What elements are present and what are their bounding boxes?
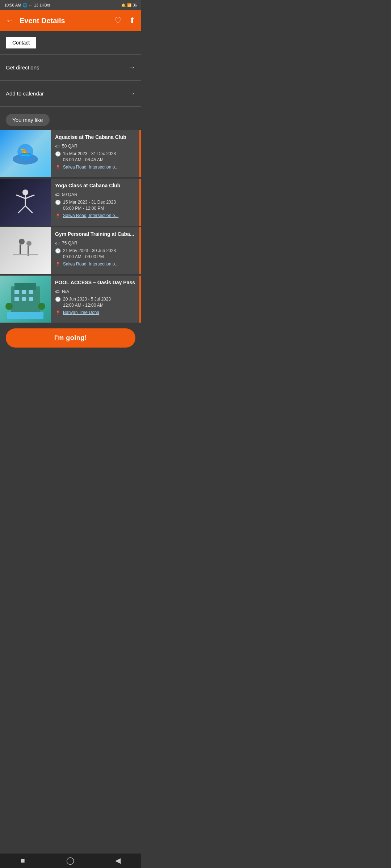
nav-back-icon[interactable]: ◀ xyxy=(115,856,121,865)
svg-point-3 xyxy=(22,190,28,195)
event-time-row-gym: 🕐 21 May 2023 - 30 Jun 2023 09:00 AM - 0… xyxy=(55,248,138,260)
status-wifi-icon: 📶 xyxy=(127,3,131,7)
svg-rect-13 xyxy=(13,254,38,255)
event-time-row-yoga: 🕐 15 Mar 2023 - 31 Dec 2023 06:00 PM - 1… xyxy=(55,199,138,212)
event-title-pool: POOL ACCESS – Oasis Day Pass xyxy=(55,279,138,286)
status-bar: 10:58 AM 🌐 ··· 13.1KB/s 🔔 📶 36 xyxy=(0,0,141,10)
event-title-yoga: Yoga Class at Cabana Club xyxy=(55,182,138,189)
status-dots: ··· xyxy=(29,3,32,7)
location-icon-gym: 📍 xyxy=(55,262,61,267)
get-directions-row[interactable]: Get directions → xyxy=(0,58,141,77)
clock-icon-yoga: 🕐 xyxy=(55,200,61,205)
nav-bar: ■ ◯ ◀ xyxy=(0,854,141,868)
event-price-aquacise: 50 QAR xyxy=(62,143,77,149)
contact-section: Contact xyxy=(0,31,141,51)
event-content-yoga: Yoga Class at Cabana Club 🏷 50 QAR 🕐 15 … xyxy=(51,179,141,226)
event-list: 🏊 Aquacise at The Cabana Club 🏷 50 QAR 🕐… xyxy=(0,130,141,323)
location-icon-yoga: 📍 xyxy=(55,213,61,219)
event-location-yoga[interactable]: Salwa Road, Intersection o... xyxy=(63,213,118,218)
svg-rect-16 xyxy=(14,290,19,294)
svg-rect-15 xyxy=(14,283,36,290)
status-right: 🔔 📶 36 xyxy=(121,3,137,7)
event-price-row-pool: 🏷 N/A xyxy=(55,289,138,295)
event-datetime-yoga: 15 Mar 2023 - 31 Dec 2023 06:00 PM - 12:… xyxy=(63,199,116,212)
nav-stop-icon[interactable]: ■ xyxy=(21,856,25,865)
svg-line-7 xyxy=(18,206,25,213)
event-location-row-aquacise: 📍 Salwa Road, Intersection o... xyxy=(55,165,138,170)
event-accent-gym xyxy=(139,227,141,274)
status-chrome-icon: 🌐 xyxy=(22,3,28,8)
price-icon-yoga: 🏷 xyxy=(55,192,60,197)
add-to-calendar-arrow-icon: → xyxy=(128,89,135,98)
event-datetime-pool: 20 Jun 2023 - 5 Jul 2023 12:00 AM - 12:0… xyxy=(63,296,111,309)
price-icon-aquacise: 🏷 xyxy=(55,144,60,149)
svg-line-5 xyxy=(16,195,25,199)
location-icon-pool: 📍 xyxy=(55,310,61,316)
gym-image-placeholder xyxy=(0,227,51,274)
divider-3 xyxy=(0,106,141,107)
event-accent-yoga xyxy=(139,179,141,226)
event-image-gym xyxy=(0,227,51,274)
event-location-aquacise[interactable]: Salwa Road, Intersection o... xyxy=(63,165,118,170)
svg-rect-22 xyxy=(7,312,43,319)
im-going-button[interactable]: I'm going! xyxy=(6,328,135,348)
event-location-row-gym: 📍 Salwa Road, Intersection o... xyxy=(55,261,138,267)
header: ← Event Details ♡ ⬆ xyxy=(0,10,141,31)
you-may-like-section: You may like xyxy=(0,110,141,129)
event-time-row-aquacise: 🕐 15 Mar 2023 - 31 Dec 2023 08:00 AM - 0… xyxy=(55,151,138,163)
event-time-row-pool: 🕐 20 Jun 2023 - 5 Jul 2023 12:00 AM - 12… xyxy=(55,296,138,309)
event-location-row-yoga: 📍 Salwa Road, Intersection o... xyxy=(55,213,138,219)
header-icons: ♡ ⬆ xyxy=(114,16,135,25)
svg-line-6 xyxy=(25,195,34,199)
svg-text:🏊: 🏊 xyxy=(20,146,31,157)
add-to-calendar-row[interactable]: Add to calendar → xyxy=(0,84,141,103)
event-image-pool xyxy=(0,276,51,323)
nav-spacer xyxy=(0,352,141,366)
event-card-gym[interactable]: Gym Personal Training at Caba... 🏷 75 QA… xyxy=(0,227,141,274)
event-image-aquacise: 🏊 xyxy=(0,130,51,177)
favorite-icon[interactable]: ♡ xyxy=(114,16,122,25)
divider-2 xyxy=(0,80,141,81)
svg-point-10 xyxy=(26,241,31,246)
event-card-pool[interactable]: POOL ACCESS – Oasis Day Pass 🏷 N/A 🕐 20 … xyxy=(0,276,141,323)
get-directions-arrow-icon: → xyxy=(128,63,135,72)
event-content-aquacise: Aquacise at The Cabana Club 🏷 50 QAR 🕐 1… xyxy=(51,130,141,177)
price-icon-pool: 🏷 xyxy=(55,289,60,294)
event-title-gym: Gym Personal Training at Caba... xyxy=(55,231,138,237)
event-location-pool[interactable]: Banyan Tree Doha xyxy=(63,310,99,315)
event-card-yoga[interactable]: Yoga Class at Cabana Club 🏷 50 QAR 🕐 15 … xyxy=(0,179,141,226)
bottom-bar: I'm going! xyxy=(0,324,141,352)
event-datetime-aquacise: 15 Mar 2023 - 31 Dec 2023 08:00 AM - 08:… xyxy=(63,151,116,163)
status-network: 13.1KB/s xyxy=(34,3,50,7)
event-card-aquacise[interactable]: 🏊 Aquacise at The Cabana Club 🏷 50 QAR 🕐… xyxy=(0,130,141,177)
status-time: 10:58 AM xyxy=(4,3,21,7)
event-datetime-gym: 21 May 2023 - 30 Jun 2023 09:00 AM - 09:… xyxy=(63,248,116,260)
event-accent-aquacise xyxy=(139,130,141,177)
event-price-row-aquacise: 🏷 50 QAR xyxy=(55,143,138,149)
status-left: 10:58 AM 🌐 ··· 13.1KB/s xyxy=(4,3,50,8)
content: Contact Get directions → Add to calendar… xyxy=(0,31,141,366)
status-signal-icon: 🔔 xyxy=(121,3,126,7)
divider-1 xyxy=(0,54,141,55)
event-price-pool: N/A xyxy=(62,289,69,295)
event-content-pool: POOL ACCESS – Oasis Day Pass 🏷 N/A 🕐 20 … xyxy=(51,276,141,323)
yoga-image-placeholder xyxy=(0,179,51,226)
svg-point-23 xyxy=(5,303,13,310)
event-location-gym[interactable]: Salwa Road, Intersection o... xyxy=(63,261,118,267)
nav-home-icon[interactable]: ◯ xyxy=(66,856,74,865)
event-location-row-pool: 📍 Banyan Tree Doha xyxy=(55,310,138,316)
you-may-like-badge: You may like xyxy=(6,114,50,126)
event-price-gym: 75 QAR xyxy=(62,240,77,246)
location-icon-aquacise: 📍 xyxy=(55,165,61,170)
hotel-image-placeholder xyxy=(0,276,51,323)
contact-button[interactable]: Contact xyxy=(6,37,36,48)
svg-line-8 xyxy=(25,206,33,213)
share-icon[interactable]: ⬆ xyxy=(129,16,135,25)
clock-icon-aquacise: 🕐 xyxy=(55,151,61,157)
back-button[interactable]: ← xyxy=(6,16,14,25)
add-to-calendar-label: Add to calendar xyxy=(6,90,44,97)
event-price-row-gym: 🏷 75 QAR xyxy=(55,240,138,246)
svg-rect-17 xyxy=(22,290,26,294)
event-content-gym: Gym Personal Training at Caba... 🏷 75 QA… xyxy=(51,227,141,274)
event-image-yoga xyxy=(0,179,51,226)
